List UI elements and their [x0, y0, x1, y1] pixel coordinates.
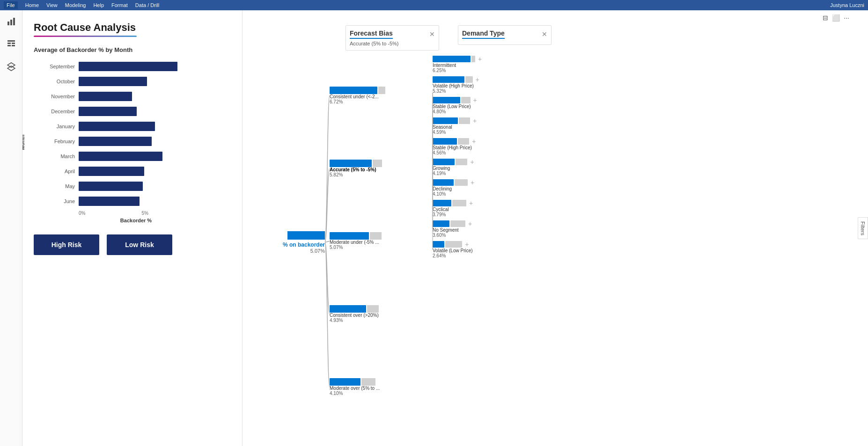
bar-fill: [79, 122, 155, 131]
forecast-bias-header: Forecast Bias ✕: [350, 29, 435, 39]
demand-item-label: Stable (Low Price): [433, 104, 554, 109]
demand-type-header: Demand Type ✕: [462, 29, 547, 39]
demand-plus-icon[interactable]: +: [469, 199, 473, 207]
menu-home[interactable]: Home: [25, 2, 39, 8]
user-name: Justyna Luczni: [830, 2, 864, 8]
demand-bar-row: +: [433, 220, 554, 227]
demand-item-value: 4.19%: [433, 171, 554, 176]
bar-row: December: [41, 106, 231, 117]
demand-blue-bar: [433, 138, 457, 145]
menu-modeling[interactable]: Modeling: [65, 2, 86, 8]
demand-plus-icon[interactable]: +: [468, 220, 472, 227]
middle-blue-bar: [330, 160, 372, 167]
demand-item-label: No Segment: [433, 227, 554, 233]
icon-layers[interactable]: [4, 59, 19, 74]
bar-fill: [79, 182, 143, 191]
demand-plus-icon[interactable]: +: [471, 179, 474, 186]
demand-gray-bar: [471, 56, 475, 62]
bar-row: June: [41, 196, 231, 207]
bar-row: May: [41, 181, 231, 192]
menu-data-drill[interactable]: Data / Drill: [135, 2, 159, 8]
middle-blue-bar: [330, 232, 369, 240]
svg-rect-5: [12, 43, 15, 44]
demand-plus-icon[interactable]: +: [476, 76, 479, 83]
demand-bar-item: +Seasonal4.59%: [433, 117, 554, 135]
bar-fill: [79, 167, 144, 176]
demand-bar-row: +: [433, 158, 554, 166]
demand-blue-bar: [433, 179, 454, 186]
middle-bar-value: 5.82%: [330, 172, 433, 177]
middle-bar-label: Accurate (5% to -5%): [330, 167, 433, 172]
middle-bar-value: 4.10%: [330, 391, 433, 396]
filter-icon[interactable]: ⊟: [823, 14, 828, 22]
icon-table[interactable]: [4, 37, 19, 51]
demand-plus-icon[interactable]: +: [473, 117, 477, 124]
left-bar-value: 5.07%: [283, 248, 325, 254]
middle-bar-value: 6.72%: [330, 99, 433, 104]
high-risk-button[interactable]: High Risk: [34, 234, 99, 255]
ellipsis-icon[interactable]: ···: [844, 14, 849, 22]
middle-bar-item: Consistent under (<-2...6.72%: [330, 87, 433, 104]
x-axis-title: Backorder %: [41, 218, 231, 223]
svg-rect-6: [7, 45, 11, 46]
menu-file[interactable]: File: [4, 1, 18, 9]
demand-blue-bar: [433, 97, 460, 103]
menu-view[interactable]: View: [46, 2, 58, 8]
bar-month-label: March: [41, 154, 79, 159]
demand-plus-icon[interactable]: +: [472, 138, 476, 145]
left-bar-label: % on backorder: [283, 241, 325, 248]
demand-type-close[interactable]: ✕: [542, 30, 547, 38]
svg-rect-2: [13, 18, 15, 25]
demand-plus-icon[interactable]: +: [465, 241, 469, 248]
demand-bar-item: +Intermittent6.25%: [433, 55, 554, 73]
right-panel: ⊟ ⬜ ··· Filters Forecast Bias ✕ Accurate…: [243, 10, 868, 446]
low-risk-button[interactable]: Low Risk: [107, 234, 172, 255]
svg-rect-3: [7, 40, 15, 42]
bar-row: November: [41, 91, 231, 102]
middle-gray-bar: [378, 87, 385, 94]
middle-gray-bar: [361, 378, 375, 386]
left-bar-section: % on backorder 5.07%: [250, 55, 330, 429]
demand-gray-bar: [461, 97, 471, 103]
main-content: Root Cause Analysis Average of Backorder…: [22, 10, 868, 446]
demand-bar-item: +Growing4.19%: [433, 158, 554, 176]
title-underline: [34, 36, 137, 37]
demand-plus-icon[interactable]: +: [478, 55, 482, 63]
bar-chart-area: Month SeptemberOctoberNovemberDecemberJa…: [34, 61, 231, 223]
bar-container: [79, 167, 231, 176]
bar-container: [79, 137, 231, 146]
middle-bar-label: Consistent under (<-2...: [330, 94, 433, 99]
svg-rect-0: [7, 22, 9, 25]
menu-help[interactable]: Help: [93, 2, 104, 8]
button-row: High Risk Low Risk: [34, 234, 231, 255]
middle-blue-bar: [330, 378, 360, 386]
middle-bar-label: Moderate under (-5% ...: [330, 240, 433, 245]
middle-bar-label: Consistent over (>20%): [330, 313, 433, 318]
bar-fill: [79, 92, 132, 101]
demand-gray-bar: [458, 138, 469, 145]
menu-format[interactable]: Format: [111, 2, 128, 8]
middle-bars-section: Consistent under (<-2...6.72%Accurate (5…: [330, 55, 433, 429]
demand-item-value: 5.32%: [433, 88, 554, 94]
icon-bar-chart[interactable]: [4, 14, 19, 29]
svg-rect-1: [10, 20, 12, 25]
demand-item-value: 3.60%: [433, 233, 554, 238]
demand-type-filter: Demand Type ✕: [458, 25, 552, 45]
middle-blue-bar: [330, 87, 377, 94]
middle-bar-item: Moderate over (5% to ...4.10%: [330, 378, 433, 396]
forecast-bias-close[interactable]: ✕: [429, 30, 435, 38]
demand-bar-item: +No Segment3.60%: [433, 220, 554, 238]
forecast-bias-filter: Forecast Bias ✕ Accurate (5% to -5%): [346, 25, 439, 51]
middle-bar-item: Moderate under (-5% ...5.07%: [330, 232, 433, 250]
chart-title: Average of Backorder % by Month: [34, 46, 231, 53]
demand-plus-icon[interactable]: +: [470, 158, 474, 166]
demand-plus-icon[interactable]: +: [473, 96, 477, 104]
bar-row: September: [41, 61, 231, 72]
demand-gray-bar: [455, 179, 468, 186]
expand-icon[interactable]: ⬜: [832, 14, 840, 22]
demand-item-label: Intermittent: [433, 63, 554, 68]
bar-container: [79, 77, 231, 86]
demand-item-label: Declining: [433, 186, 554, 191]
forecast-bias-title: Forecast Bias: [350, 29, 393, 39]
middle-bar-row: [330, 232, 433, 240]
